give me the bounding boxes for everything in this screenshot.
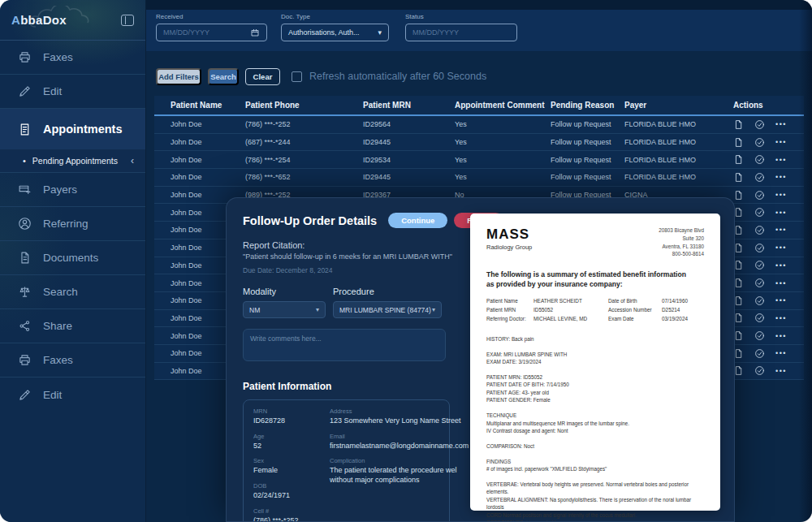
cell-actions: ••• (725, 243, 804, 253)
status-field[interactable] (405, 24, 517, 41)
view-document-button[interactable] (733, 190, 744, 201)
approve-button[interactable] (754, 296, 765, 306)
more-actions-button[interactable]: ••• (775, 138, 787, 146)
view-document-button[interactable] (733, 154, 744, 165)
received-label: Received (156, 13, 267, 20)
refresh-checkbox[interactable] (292, 71, 302, 82)
field-label: Complication (330, 457, 469, 464)
field-label: Email (330, 433, 469, 440)
approve-button[interactable] (754, 260, 765, 270)
table-header: Patient NamePatient PhonePatient MRNAppo… (154, 96, 804, 116)
chevron-down-icon: ▾ (316, 306, 319, 313)
info-field: Address123 Somewhere Very Long Name Stre… (330, 408, 469, 426)
approve-button[interactable] (754, 190, 765, 201)
cell-actions: ••• (725, 225, 804, 235)
clear-button[interactable]: Clear (245, 68, 280, 85)
more-actions-button[interactable]: ••• (775, 314, 787, 322)
approve-button[interactable] (754, 313, 765, 323)
approve-button[interactable] (754, 137, 765, 148)
approve-button[interactable] (754, 172, 765, 183)
approve-button[interactable] (754, 207, 765, 218)
approve-button[interactable] (754, 365, 765, 376)
procedure-select[interactable]: MRI LUMBAR SPINE (84774) ▾ (333, 301, 442, 318)
sidebar-item-payers-4[interactable]: Payers (0, 173, 145, 207)
patient-information-card: MRNID628728Age52SexFemaleDOB02/24/1971Ce… (243, 399, 450, 522)
sidebar-item-edit-10[interactable]: Edit (0, 377, 145, 412)
more-actions-button[interactable]: ••• (775, 296, 787, 304)
view-document-button[interactable] (733, 137, 744, 148)
table-row[interactable]: John Doe(687) ***-*244ID29445YesFollow u… (154, 134, 804, 152)
more-actions-button[interactable]: ••• (775, 120, 787, 128)
referring-icon (18, 217, 32, 231)
view-document-button[interactable] (733, 172, 744, 183)
chevron-down-icon: ▾ (378, 28, 382, 37)
cell-actions: ••• (725, 260, 804, 270)
cell-patient-mrn: ID29445 (363, 173, 455, 181)
sidebar-item-referring-5[interactable]: Referring (0, 207, 145, 241)
sidebar-collapse-icon[interactable] (121, 15, 134, 26)
file-icon (733, 172, 744, 183)
cell-patient-mrn: ID29445 (363, 138, 455, 146)
filter-actions-row: Add Filters Search Clear Refresh automat… (146, 67, 812, 85)
sidebar-header: AbbaDox (0, 0, 145, 41)
sidebar-item-edit-1[interactable]: Edit (0, 75, 145, 109)
approve-button[interactable] (754, 119, 765, 130)
report-citation-text: "Patient should follow-up in 6 meeks for… (243, 252, 456, 261)
cell-actions: ••• (725, 348, 804, 359)
document-body-line (486, 404, 704, 412)
sidebar-item-appointments-2[interactable]: Appointments (0, 109, 145, 149)
payers-icon (18, 183, 32, 196)
cell-actions: ••• (725, 330, 804, 341)
more-actions-button[interactable]: ••• (775, 173, 787, 181)
cell-pending-reason: Follow up Request (551, 120, 624, 128)
more-actions-button[interactable]: ••• (775, 244, 787, 252)
sidebar-item-share-8[interactable]: Share (0, 309, 145, 343)
more-actions-button[interactable]: ••• (775, 261, 787, 270)
clinic-address-line: Suite 320 (659, 235, 704, 243)
status-input[interactable] (412, 28, 510, 37)
comments-textarea[interactable] (243, 329, 446, 361)
clinic-address: 20803 Bicayne BlvdSuite 320Aventra, FL 3… (659, 226, 704, 258)
doctype-select[interactable]: Authorisations, Auth... ▾ (281, 24, 389, 41)
more-actions-button[interactable]: ••• (775, 367, 787, 375)
approve-button[interactable] (754, 330, 765, 341)
patient-information-title: Patient Information (243, 381, 456, 392)
search-button[interactable]: Search (208, 68, 239, 85)
sidebar-subitem-pending-appointments[interactable]: •Pending Appointments‹ (0, 149, 145, 173)
table-row[interactable]: John Doe(786) ***-*252ID29564YesFollow u… (154, 116, 804, 134)
view-document-button[interactable] (733, 119, 744, 130)
approve-button[interactable] (754, 243, 765, 253)
more-actions-button[interactable]: ••• (775, 279, 787, 287)
column-header-payer: Payer (624, 101, 725, 110)
more-actions-button[interactable]: ••• (775, 191, 787, 199)
received-date-field[interactable] (156, 24, 267, 41)
sidebar-item-faxes-9[interactable]: Faxes (0, 343, 145, 377)
info-field: ComplicationThe patient tolerated the pr… (330, 457, 469, 485)
document-body-line: # of images incl. paperwork "XMLFIELD St… (486, 465, 704, 472)
more-actions-button[interactable]: ••• (775, 349, 787, 357)
more-actions-button[interactable]: ••• (775, 332, 787, 340)
more-actions-button[interactable]: ••• (775, 156, 787, 164)
sidebar-item-label: Appointments (43, 123, 122, 136)
approve-button[interactable] (754, 348, 765, 359)
calendar-icon[interactable] (250, 28, 260, 37)
sidebar-item-documents-6[interactable]: Documents (0, 241, 145, 275)
approve-button[interactable] (754, 154, 765, 165)
modality-select[interactable]: NM ▾ (243, 301, 326, 318)
received-date-input[interactable] (163, 28, 250, 37)
table-row[interactable]: John Doe(786) ***-*254ID29534YesFollow u… (154, 151, 804, 169)
more-actions-button[interactable]: ••• (775, 209, 787, 217)
table-row[interactable]: John Doe(786) ***-*652ID29445YesFollow u… (154, 169, 804, 187)
continue-button[interactable]: Continue (388, 213, 447, 228)
more-actions-button[interactable]: ••• (775, 226, 787, 234)
sidebar-item-faxes-0[interactable]: Faxes (0, 41, 145, 75)
top-strip (146, 0, 812, 10)
refresh-label: Refresh automatically after 60 Seconds (309, 71, 486, 82)
approve-button[interactable] (754, 278, 765, 288)
add-filters-button[interactable]: Add Filters (156, 68, 201, 85)
sidebar-item-search-7[interactable]: Search (0, 275, 145, 309)
modal-title: Follow-Up Order Details (243, 214, 377, 227)
chevron-left-icon[interactable]: ‹ (131, 155, 134, 166)
document-info-grid: Patient NameHEATHER SCHEIDTDate of Birth… (486, 297, 704, 324)
approve-button[interactable] (754, 225, 765, 235)
